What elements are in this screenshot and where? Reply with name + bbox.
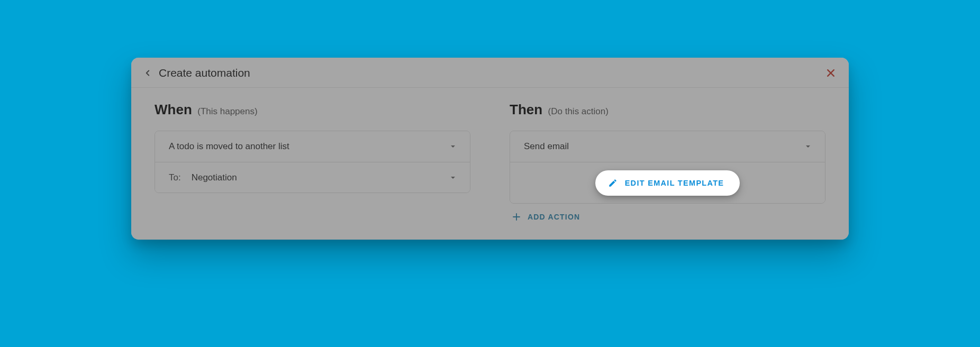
when-heading-sub: (This happens) — [197, 106, 257, 116]
to-value: Negotiation — [192, 172, 450, 183]
to-label: To: — [169, 172, 181, 183]
when-column: When (This happens) A todo is moved to a… — [155, 102, 470, 222]
trigger-value: A todo is moved to another list — [169, 141, 450, 152]
modal-body: When (This happens) A todo is moved to a… — [131, 88, 849, 240]
then-heading-main: Then — [510, 102, 542, 117]
add-action-label: ADD ACTION — [528, 213, 580, 221]
then-heading-sub: (Do this action) — [548, 106, 609, 116]
pencil-icon — [608, 178, 618, 188]
caret-down-icon — [805, 143, 811, 150]
when-heading: When (This happens) — [155, 102, 470, 118]
when-heading-main: When — [155, 102, 192, 117]
plus-icon — [512, 212, 521, 222]
then-heading: Then (Do this action) — [510, 102, 825, 118]
modal-header: Create automation — [131, 58, 849, 88]
add-action-button[interactable]: ADD ACTION — [510, 204, 825, 222]
action-value: Send email — [524, 141, 805, 152]
caret-down-icon — [450, 175, 456, 181]
action-config-row: EDIT EMAIL TEMPLATE — [510, 162, 825, 203]
back-button[interactable] — [141, 66, 155, 80]
then-card: Send email EDIT EMAIL TEMPLATE — [510, 131, 825, 204]
close-button[interactable] — [824, 67, 837, 79]
action-select[interactable]: Send email — [510, 131, 825, 162]
edit-email-template-button[interactable]: EDIT EMAIL TEMPLATE — [595, 170, 740, 196]
chevron-left-icon — [143, 68, 152, 78]
caret-down-icon — [450, 143, 456, 150]
when-card: A todo is moved to another list To: Nego… — [155, 131, 470, 193]
trigger-select[interactable]: A todo is moved to another list — [155, 131, 470, 162]
modal-title: Create automation — [159, 67, 250, 79]
edit-template-label: EDIT EMAIL TEMPLATE — [625, 179, 724, 187]
to-list-select[interactable]: To: Negotiation — [155, 162, 470, 193]
create-automation-modal: Create automation When (This happens) A … — [131, 58, 849, 240]
close-icon — [825, 68, 836, 78]
then-column: Then (Do this action) Send email EDIT EM… — [510, 102, 825, 222]
